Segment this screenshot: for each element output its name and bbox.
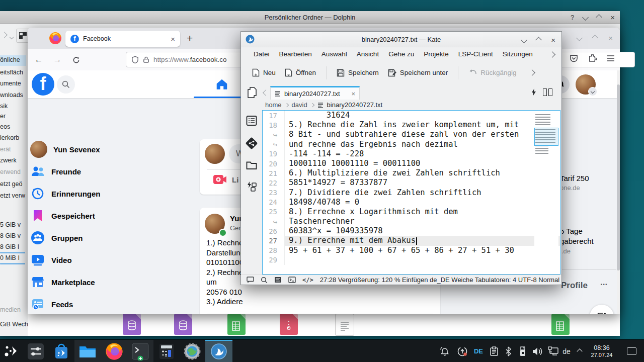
minimap-viewport[interactable] [534, 128, 558, 146]
spreadsheet-file-icon[interactable] [227, 314, 246, 335]
code-mode-icon[interactable]: </> [302, 277, 313, 284]
breadcrumb-file[interactable]: binary20240727.txt [327, 101, 383, 109]
save-as-button[interactable]: Speichern unter [386, 66, 450, 80]
text-file-icon[interactable] [335, 314, 354, 336]
menu-bearbeiten[interactable]: Bearbeiten [279, 50, 312, 58]
save-button[interactable]: Speichern [335, 66, 381, 80]
filesystem-panel-icon[interactable] [246, 160, 257, 170]
tab-prev-icon[interactable] [263, 89, 269, 96]
sidebar-item-feeds[interactable]: Feeds [30, 293, 105, 314]
sidebar-item-profile[interactable]: Yun Sevenex [30, 138, 105, 160]
place-item[interactable]: zwerk [0, 157, 17, 164]
browser-tab-facebook[interactable]: f Facebook × [65, 31, 180, 47]
breadcrumb-home[interactable]: home [265, 101, 282, 109]
documents-panel-icon[interactable] [246, 115, 257, 126]
app-launcher-button[interactable] [0, 340, 23, 362]
bluetooth-tray-icon[interactable] [501, 340, 515, 362]
close-icon[interactable]: × [551, 36, 555, 44]
keyboard-flag-tray[interactable]: DE [471, 340, 486, 362]
back-button[interactable]: ← [32, 53, 46, 67]
place-item-disk[interactable]: 8 GiB I [0, 243, 19, 250]
task-globe-settings[interactable] [179, 340, 205, 362]
place-item-disk[interactable]: 8 GiB v [0, 232, 21, 239]
scrollbar-thumb[interactable] [617, 84, 620, 270]
task-kate-active[interactable] [205, 340, 232, 362]
place-item[interactable]: etzt geö [0, 180, 22, 188]
reload-button[interactable] [69, 53, 83, 67]
place-item[interactable]: sik [0, 103, 8, 110]
place-item-disk[interactable]: 5 GiB v [0, 221, 21, 228]
task-kcalc[interactable] [153, 340, 179, 362]
keyboard-layout-tray[interactable]: de [560, 340, 573, 362]
sidebar-item-erinnerungen[interactable]: Erinnerungen [30, 183, 105, 205]
quick-open-lightning-icon[interactable] [531, 88, 536, 96]
extensions-puzzle-icon[interactable] [588, 54, 597, 62]
sidebar-item-marketplace[interactable]: Marketplace [30, 271, 105, 293]
firefox-logo-icon[interactable] [49, 32, 62, 45]
git-panel-icon[interactable] [246, 137, 258, 149]
place-item[interactable]: wnloads [0, 92, 23, 99]
account-avatar[interactable] [576, 74, 596, 95]
search-button[interactable] [57, 75, 75, 94]
menu-auswahl[interactable]: Auswahl [321, 50, 347, 58]
documents-stack-icon[interactable] [247, 86, 258, 99]
place-item[interactable]: ierkorb [0, 134, 19, 141]
editor-view[interactable]: 17 31624 185.) Rechne die Zahl ins zweie… [262, 110, 560, 275]
notifications-tray-icon[interactable] [437, 340, 452, 362]
minimize-icon[interactable] [521, 37, 527, 43]
toolbar-overflow-icon[interactable] [529, 69, 535, 76]
scrollbar-track[interactable] [617, 70, 620, 314]
menu-sitzungen[interactable]: Sitzungen [503, 50, 533, 58]
lock-icon[interactable] [143, 56, 149, 63]
split-view-icon[interactable] [543, 88, 552, 96]
document-tab-active[interactable]: binary20240727.txt × [270, 86, 360, 100]
sidebar-item-freunde[interactable]: Freunde [30, 160, 105, 183]
show-desktop-button[interactable] [623, 340, 640, 362]
pocket-icon[interactable] [570, 54, 578, 62]
place-item[interactable]: umente [0, 80, 21, 87]
ad-title[interactable]: 5 Tage [560, 227, 583, 235]
menu-gehe-zu[interactable]: Gehe zu [388, 50, 414, 58]
clipboard-tray-icon[interactable] [486, 340, 502, 362]
current-line[interactable]: 279.) Errechne mit dem Abakus [263, 236, 560, 245]
open-button[interactable]: Öffnen [283, 65, 318, 80]
place-item[interactable]: er [0, 113, 6, 120]
place-item[interactable]: eitsfläch [0, 69, 23, 76]
facebook-logo[interactable]: f [32, 73, 54, 96]
new-button[interactable]: Neu [250, 65, 278, 80]
close-icon[interactable]: × [610, 13, 615, 22]
place-item-disk[interactable]: 0 MiB I [0, 254, 20, 261]
tray-expander[interactable] [573, 340, 586, 362]
database-file-icon[interactable] [174, 314, 192, 335]
menu-projekte[interactable]: Projekte [424, 50, 449, 58]
maximize-icon[interactable] [592, 35, 598, 41]
task-dolphin[interactable] [74, 340, 101, 362]
digital-clock[interactable]: 08:36 27.07.24 [586, 340, 617, 362]
help-button[interactable]: ? [571, 14, 574, 21]
discover-button[interactable] [48, 340, 74, 362]
forward-button[interactable]: → [50, 53, 64, 67]
usb-device-tray-icon[interactable] [515, 340, 530, 362]
kate-titlebar[interactable]: binary20240727.txt — Kate × [241, 32, 561, 47]
sidebar-item-gespeichert[interactable]: Gespeichert [30, 205, 105, 227]
search-panel-icon[interactable] [261, 277, 268, 284]
terminal-panel-icon[interactable] [288, 277, 296, 283]
spreadsheet-file-icon[interactable] [551, 314, 570, 335]
menu-hamburger-icon[interactable] [607, 55, 615, 62]
task-firefox[interactable] [101, 340, 127, 362]
volume-tray-icon[interactable] [529, 340, 545, 362]
place-item[interactable]: eos [0, 123, 10, 130]
archive-file-icon[interactable] [280, 314, 298, 335]
database-file-icon[interactable] [123, 314, 141, 335]
undo-button[interactable]: Rückgängig [466, 66, 518, 79]
sidebar-item-video[interactable]: Video [30, 249, 105, 271]
minimap[interactable] [534, 112, 558, 270]
place-item[interactable]: etzt verw [0, 192, 25, 199]
menu-overflow-icon[interactable] [549, 51, 555, 58]
new-tab-button[interactable]: + [187, 32, 193, 44]
symbols-panel-icon[interactable] [246, 181, 257, 192]
compose-post-button[interactable] [590, 305, 614, 314]
breadcrumb-user[interactable]: david [292, 101, 307, 109]
forward-icon[interactable] [1, 32, 8, 38]
ad-title[interactable]: gaberecht [560, 237, 594, 245]
